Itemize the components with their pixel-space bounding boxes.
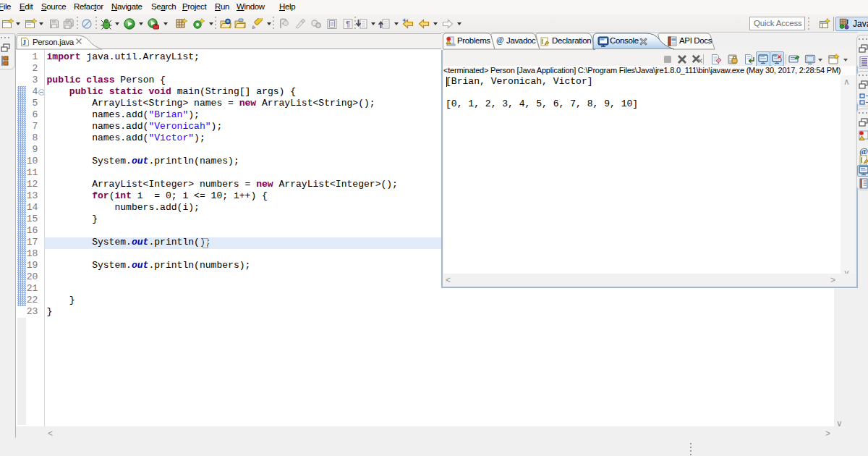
svg-text:J: J <box>22 38 26 46</box>
svg-text:¶: ¶ <box>346 20 350 28</box>
svg-text:J: J <box>846 19 849 26</box>
